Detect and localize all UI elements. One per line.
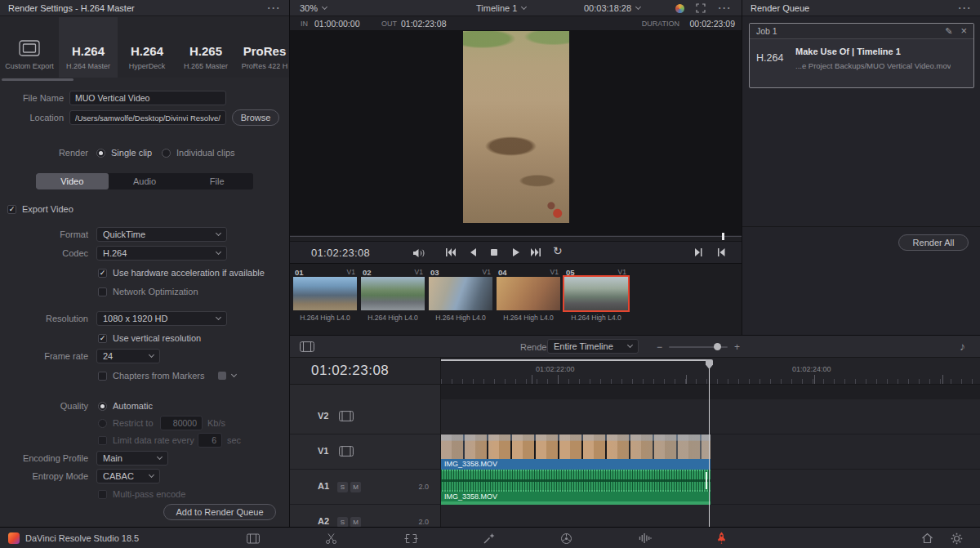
lane-v2[interactable] [441,399,980,434]
track-header-a1[interactable]: A1 S M 2.0 [290,470,440,505]
preset-h264-master[interactable]: H.264 H.264 Master [59,17,118,78]
page-nav-bar: DaVinci Resolve Studio 18.5 [0,527,980,548]
color-page-icon[interactable] [559,531,573,546]
viewer-timecode-select[interactable]: 00:03:18:28 [584,3,640,13]
preset-title: ProRes [243,44,287,58]
viewer-options-icon[interactable]: ··· [719,2,733,14]
individual-clips-radio[interactable]: Individual clips [162,145,235,160]
render-range-select[interactable]: Entire Timeline [547,339,639,354]
location-input[interactable] [69,110,226,125]
project-manager-home-icon[interactable] [920,531,934,546]
previous-clip-button[interactable] [445,247,457,257]
single-clip-radio[interactable]: Single clip [96,145,152,160]
audio-clip[interactable]: IMG_3358.MOV [441,470,710,505]
next-clip-button[interactable] [530,247,541,257]
video-clip[interactable]: IMG_3358.MOV [441,434,710,470]
frame-rate-select[interactable]: 24 [96,349,160,363]
waveform-spike [706,472,707,489]
render-range-value: Entire Timeline [554,341,613,351]
entropy-mode-select[interactable]: CABAC [96,469,160,483]
clip-thumbnail-2[interactable]: 02V1 H.264 High L4.0 [361,267,425,322]
radio-off-icon [98,419,107,428]
clip-icon [339,446,354,457]
tab-video[interactable]: Video [36,173,109,189]
zoom-select[interactable]: 30% [300,3,327,13]
track-header-v1[interactable]: V1 [290,434,440,470]
render-queue-options-icon[interactable]: ··· [959,2,973,14]
tab-audio[interactable]: Audio [109,173,181,189]
mute-button[interactable]: M [350,482,361,492]
resolution-select[interactable]: 1080 x 1920 HD [96,311,227,326]
clip-thumbnail-3[interactable]: 03V1 H.264 High L4.0 [429,267,492,322]
timeline-view-options-icon[interactable] [300,341,314,352]
panel-options-icon[interactable]: ··· [268,2,282,14]
media-page-icon[interactable] [246,531,261,546]
clip-thumbnail-image[interactable] [293,277,357,310]
expand-viewer-icon[interactable] [696,3,706,13]
color-swirl-icon[interactable] [675,4,684,13]
quality-restrict-radio[interactable]: Restrict to [98,416,154,430]
audio-mute-icon[interactable] [412,248,425,258]
fairlight-page-icon[interactable] [638,531,653,546]
clip-thumbnail-5-selected[interactable]: 05V1 H.264 High L4.0 [564,267,628,322]
browse-button[interactable]: Browse [232,109,279,126]
zoom-out-icon[interactable]: − [657,341,662,353]
hw-accel-checkbox[interactable]: ✓ Use hardware acceleration if available [98,265,265,280]
render-job-card[interactable]: Job 1 ✎ × H.264 Make Use Of | Timeline 1… [749,23,974,88]
clip-thumbnail-image[interactable] [429,277,492,310]
clip-thumbnail-image[interactable] [564,277,628,310]
track-channels: 2.0 [418,518,429,526]
viewer-scrubber-playhead[interactable] [722,233,724,240]
marker-color-swatch[interactable] [218,372,226,380]
clip-thumbnail-1[interactable]: 01V1 H.264 High L4.0 [293,267,357,322]
network-optimization-checkbox[interactable]: Network Optimization [98,284,198,299]
fusion-page-icon[interactable] [481,531,496,546]
edit-job-icon[interactable]: ✎ [945,26,952,37]
loop-playback-icon[interactable]: ↻ [553,244,563,257]
preset-hyperdeck[interactable]: H.264 HyperDeck [118,17,176,78]
vertical-resolution-checkbox[interactable]: ✓ Use vertical resolution [98,331,201,345]
audio-meters-icon[interactable]: ♪ [960,340,965,353]
timeline-playhead[interactable] [709,359,710,527]
stop-button[interactable] [489,247,499,257]
edit-page-icon[interactable] [403,531,418,546]
clip-thumbnail-image[interactable] [497,277,560,310]
quality-automatic-radio[interactable]: Automatic [98,399,153,413]
chapters-checkbox[interactable]: Chapters from Markers [98,368,236,383]
timeline-zoom-knob[interactable] [714,343,721,350]
preset-prores[interactable]: ProRes ProRes 422 H [235,17,289,78]
encoding-profile-select[interactable]: Main [96,451,168,466]
add-to-render-queue-button[interactable]: Add to Render Queue [163,504,276,520]
limit-data-rate-checkbox[interactable]: Limit data rate every [98,433,194,448]
goto-in-button[interactable] [716,247,726,257]
timeline-select[interactable]: Timeline 1 [476,3,526,13]
file-name-input[interactable] [69,91,226,105]
preset-custom-export[interactable]: Custom Export [0,17,59,78]
settings-gear-icon[interactable] [949,531,964,546]
render-all-button[interactable]: Render All [898,234,969,251]
viewer-scrubber[interactable] [290,236,742,237]
preset-h265-master[interactable]: H.265 H.265 Master [176,17,235,78]
timeline-lanes[interactable]: IMG_3358.MOV IMG_3358.MOV [441,385,980,527]
cut-page-icon[interactable] [323,531,338,546]
preset-scrollbar[interactable] [2,78,74,81]
export-video-checkbox[interactable]: ✓ Export Video [7,202,74,216]
step-back-button[interactable] [468,247,478,257]
limit-interval-input[interactable] [198,433,222,448]
in-label: IN [301,20,308,28]
tab-file[interactable]: File [180,173,253,189]
restrict-bitrate-input[interactable] [160,416,203,430]
multipass-checkbox[interactable]: Multi-pass encode [98,487,185,501]
play-button[interactable] [510,247,520,257]
codec-select[interactable]: H.264 [96,246,227,261]
clip-thumbnail-image[interactable] [361,277,425,310]
chevron-down-icon[interactable] [231,372,237,377]
solo-button[interactable]: S [337,482,348,492]
track-header-v2[interactable]: V2 [290,399,440,434]
zoom-in-icon[interactable]: + [734,341,740,353]
delete-job-icon[interactable]: × [960,27,967,35]
deliver-page-icon-active[interactable] [714,531,728,546]
format-select[interactable]: QuickTime [96,227,227,242]
goto-out-button[interactable] [693,247,703,257]
clip-thumbnail-4[interactable]: 04V1 H.264 High L4.0 [497,267,560,322]
